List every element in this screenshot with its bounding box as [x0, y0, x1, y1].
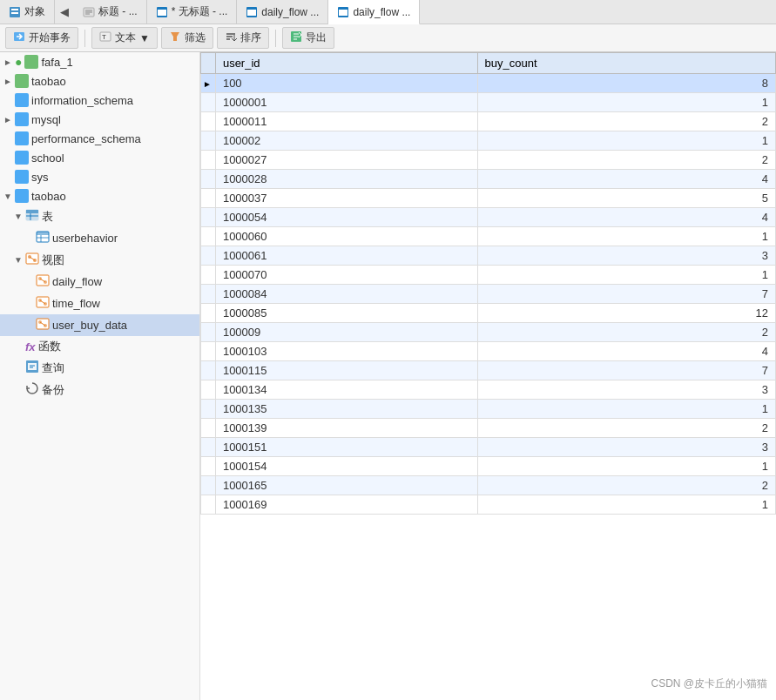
time-flow-arrow [24, 299, 33, 308]
tab-daily-flow2[interactable]: daily_flow ... [328, 0, 420, 24]
cell-user-id: 1000139 [215, 419, 477, 438]
start-transaction-button[interactable]: 开始事务 [5, 27, 78, 49]
sidebar-item-daily-flow[interactable]: daily_flow [0, 271, 199, 293]
daily-flow-label: daily_flow [52, 275, 102, 288]
table-row[interactable]: ►1008 [201, 74, 776, 93]
svg-text:T: T [102, 33, 106, 41]
perf-schema-arrow [3, 134, 12, 144]
tab-title1-icon [83, 6, 95, 18]
table-row[interactable]: 10001652 [201, 476, 776, 495]
table-row[interactable]: 10000375 [201, 189, 776, 208]
cell-buy-count: 1 [477, 457, 775, 476]
views-group-arrow: ▼ [14, 255, 23, 265]
sidebar-item-userbehavior[interactable]: userbehavior [0, 227, 199, 249]
table-row[interactable]: 10001513 [201, 438, 776, 457]
sidebar-item-school[interactable]: school [0, 148, 199, 167]
table-row[interactable]: 10000701 [201, 266, 776, 285]
table-row[interactable]: 10001034 [201, 342, 776, 361]
school-arrow [3, 153, 12, 163]
cell-buy-count: 1 [477, 495, 775, 515]
tab-daily-flow1[interactable]: daily_flow ... [237, 0, 328, 24]
table-row[interactable]: 10001392 [201, 419, 776, 438]
row-indicator [201, 323, 216, 342]
table-row[interactable]: 10000284 [201, 170, 776, 189]
table-row[interactable]: 10000601 [201, 227, 776, 246]
table-row[interactable]: 10001157 [201, 361, 776, 380]
cell-buy-count: 7 [477, 285, 775, 304]
table-row[interactable]: 10001691 [201, 495, 776, 515]
sidebar-item-queries[interactable]: 查询 [0, 357, 199, 379]
export-label: 导出 [306, 30, 327, 45]
text-button[interactable]: T 文本 ▼ [91, 27, 158, 49]
cell-buy-count: 5 [477, 189, 775, 208]
sidebar-item-mysql[interactable]: ► mysql [0, 110, 199, 129]
svg-rect-25 [26, 210, 38, 213]
sort-icon [225, 30, 237, 45]
table-row[interactable]: 10000544 [201, 208, 776, 227]
functions-icon: fx [25, 340, 36, 353]
backup-label: 备份 [42, 382, 64, 398]
cell-user-id: 1000154 [215, 457, 477, 476]
tab-title1[interactable]: 标题 - ... [74, 0, 147, 24]
sidebar-item-backup[interactable]: 备份 [0, 379, 199, 400]
table-row[interactable]: 10000112 [201, 112, 776, 131]
cell-buy-count: 1 [477, 266, 775, 285]
table-row[interactable]: 1000092 [201, 323, 776, 342]
sidebar-item-time-flow[interactable]: time_flow [0, 293, 199, 314]
sidebar-item-functions[interactable]: fx 函数 [0, 336, 199, 357]
export-button[interactable]: 导出 [282, 27, 334, 49]
col-buy-count[interactable]: buy_count [477, 53, 775, 74]
table-row[interactable]: 100008512 [201, 304, 776, 323]
backup-arrow [14, 385, 23, 394]
user-buy-data-icon [36, 317, 50, 333]
data-table-wrapper[interactable]: user_id buy_count ►100810000011100001121… [200, 52, 776, 700]
sidebar-item-fafa1[interactable]: ► ● fafa_1 [0, 52, 199, 71]
sidebar-item-perf-schema[interactable]: performance_schema [0, 129, 199, 148]
mysql-label: mysql [31, 113, 61, 126]
table-row[interactable]: 10001343 [201, 380, 776, 400]
cell-user-id: 1000103 [215, 342, 477, 361]
tab-untitled[interactable]: * 无标题 - ... [147, 0, 238, 24]
userbehavior-icon [36, 230, 50, 246]
sidebar-item-taobao-blue[interactable]: ▼ taobao [0, 186, 199, 205]
toolbar-sep1 [84, 30, 85, 47]
queries-label: 查询 [42, 360, 64, 376]
sidebar-item-views-group[interactable]: ▼ 视图 [0, 249, 199, 271]
cell-buy-count: 2 [477, 151, 775, 170]
svg-rect-11 [247, 10, 256, 16]
cell-buy-count: 4 [477, 342, 775, 361]
sidebar-item-sys[interactable]: sys [0, 167, 199, 186]
table-row[interactable]: 10001541 [201, 457, 776, 476]
cell-user-id: 1000134 [215, 380, 477, 400]
tab-object[interactable]: 对象 [0, 0, 55, 24]
sidebar-item-tables-group[interactable]: ▼ 表 [0, 205, 199, 227]
tab-nav-arrow[interactable]: ◀ [55, 0, 74, 24]
tab-bar: 对象 ◀ 标题 - ... * 无标题 - ... daily_flow ...… [0, 0, 776, 24]
table-row[interactable]: 10001351 [201, 400, 776, 419]
row-indicator [201, 400, 216, 419]
table-row[interactable]: 10000847 [201, 285, 776, 304]
sidebar-item-taobao-green[interactable]: ► taobao [0, 71, 199, 91]
row-indicator [201, 457, 216, 476]
sidebar: ► ● fafa_1 ► taobao information_schema ►… [0, 52, 200, 700]
taobao-blue-label: taobao [31, 190, 66, 203]
time-flow-icon [36, 295, 50, 312]
cell-buy-count: 1 [477, 131, 775, 151]
tables-group-label: 表 [42, 209, 53, 225]
table-row[interactable]: 10000011 [201, 93, 776, 112]
cell-buy-count: 1 [477, 400, 775, 419]
table-row[interactable]: 10000272 [201, 151, 776, 170]
col-user-id[interactable]: user_id [215, 53, 477, 74]
filter-button[interactable]: 筛选 [161, 27, 213, 49]
object-tab-icon [9, 6, 21, 18]
sidebar-item-information-schema[interactable]: information_schema [0, 91, 199, 110]
row-indicator [201, 266, 216, 285]
table-row[interactable]: 10000613 [201, 246, 776, 266]
sidebar-item-user-buy-data[interactable]: user_buy_data [0, 314, 199, 336]
sort-button[interactable]: 排序 [217, 27, 269, 49]
user-buy-data-label: user_buy_data [52, 319, 127, 332]
cell-buy-count: 2 [477, 476, 775, 495]
table-area: user_id buy_count ►100810000011100001121… [200, 52, 776, 700]
taobao-blue-icon [15, 189, 29, 203]
table-row[interactable]: 1000021 [201, 131, 776, 151]
